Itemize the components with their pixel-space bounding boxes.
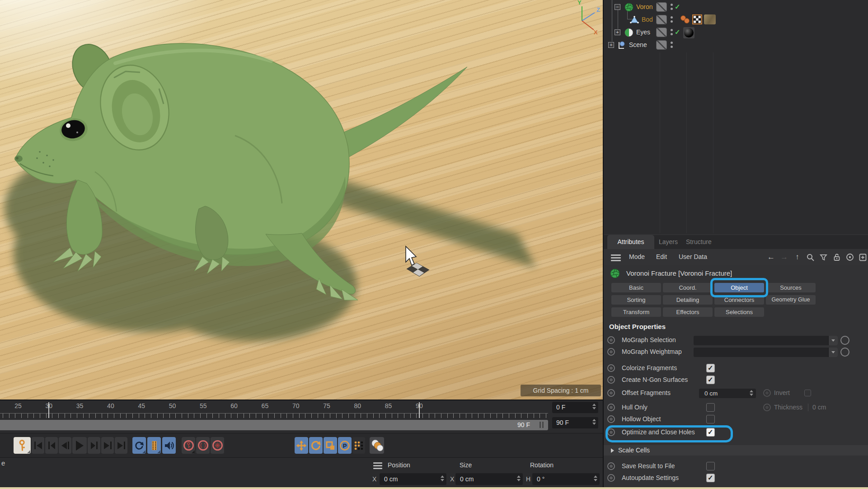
mograph-selection-field[interactable] (694, 336, 838, 345)
autoupdate-checkbox[interactable] (706, 474, 715, 482)
tab-selections[interactable]: Selections (714, 307, 764, 317)
save-result-checkbox[interactable] (706, 462, 715, 470)
object-name[interactable]: Eyes (636, 28, 656, 36)
play-mode-loop-button[interactable] (132, 437, 146, 454)
create-ngon-checkbox[interactable] (706, 376, 715, 384)
attribute-menu-icon[interactable] (611, 254, 621, 261)
object-name[interactable]: Scene (629, 41, 655, 48)
forward-arrow-icon[interactable]: → (778, 252, 791, 263)
visibility-dots[interactable] (671, 4, 673, 10)
chevron-down-icon[interactable] (828, 348, 838, 357)
visibility-dots[interactable] (671, 16, 673, 23)
goto-start-button[interactable] (32, 437, 44, 454)
frame-marker-90[interactable] (419, 402, 420, 418)
expand-box[interactable]: + (615, 29, 620, 35)
size-x-field[interactable]: 0 cm (455, 473, 523, 485)
collapse-box[interactable]: − (615, 4, 620, 10)
object-row-body[interactable]: Bod (604, 14, 868, 26)
spheres-tool-button[interactable] (370, 437, 384, 454)
record-key-button[interactable] (14, 437, 31, 454)
next-frame-button[interactable] (88, 437, 100, 454)
frame-marker-30[interactable] (48, 402, 49, 418)
expand-box[interactable]: + (608, 42, 614, 48)
optimize-close-holes-checkbox[interactable] (706, 428, 715, 437)
hull-only-checkbox[interactable] (706, 403, 715, 412)
end-frame-field[interactable]: 90 F (552, 417, 598, 428)
rotation-h-spinner[interactable] (594, 475, 597, 481)
back-arrow-icon[interactable]: ← (765, 252, 778, 263)
layer-toggle[interactable] (656, 15, 667, 24)
goto-next-key-button[interactable] (101, 437, 114, 454)
tab-basic[interactable]: Basic (611, 283, 661, 292)
hollow-object-checkbox[interactable] (706, 415, 715, 423)
mograph-weightmap-field[interactable] (694, 348, 838, 357)
enabled-check-icon[interactable]: ✓ (675, 28, 680, 36)
object-name[interactable]: Voron (636, 3, 655, 10)
autokey-record-button[interactable] (182, 437, 195, 454)
target-icon[interactable] (843, 252, 856, 263)
object-row-eyes[interactable]: + Eyes ✓ (604, 26, 868, 39)
menu-edit[interactable]: Edit (656, 253, 667, 260)
parametric-tool-button[interactable]: P (338, 437, 352, 454)
search-icon[interactable] (804, 252, 817, 263)
checker-plane-object[interactable] (407, 263, 429, 276)
tab-detailing[interactable]: Detailing (663, 295, 713, 305)
scale-tool-button[interactable] (324, 437, 337, 454)
position-x-field[interactable]: 0 cm (380, 473, 446, 485)
tab-connectors[interactable]: Connectors (714, 295, 764, 305)
keyframe-radio[interactable] (607, 389, 615, 397)
preview-range-bar[interactable]: 90 F (0, 420, 548, 430)
snap-grid-button[interactable] (352, 437, 365, 454)
up-arrow-icon[interactable]: ↑ (791, 252, 804, 263)
menu-mode[interactable]: Mode (629, 253, 645, 260)
keyframe-radio[interactable] (607, 376, 615, 384)
rotate-tool-button[interactable] (309, 437, 323, 454)
range-end-handle[interactable] (540, 422, 544, 428)
layer-toggle[interactable] (656, 40, 667, 50)
invert-checkbox[interactable] (804, 390, 811, 396)
tab-transform[interactable]: Transform (611, 307, 661, 317)
viewport-3d[interactable]: Y Z X Grid Spacing : 1 cm (0, 0, 603, 400)
goto-end-button[interactable] (115, 437, 127, 454)
position-x-spinner[interactable] (441, 475, 444, 481)
object-name[interactable]: Bod (642, 16, 655, 23)
render-preview-button[interactable] (147, 437, 161, 454)
enabled-check-icon[interactable]: ✓ (675, 3, 680, 11)
chevron-down-icon[interactable] (828, 336, 838, 345)
autokey-mode-button[interactable] (196, 437, 210, 454)
offset-fragments-field[interactable]: 0 cm (699, 389, 756, 398)
move-tool-button[interactable] (295, 437, 308, 454)
current-frame-field[interactable]: 0 F (552, 402, 598, 413)
object-row-voronoi[interactable]: − Voron ✓ (604, 1, 868, 14)
play-button[interactable] (72, 437, 87, 454)
keyframe-radio[interactable] (607, 336, 615, 344)
keyframe-radio[interactable] (607, 462, 615, 470)
keyframe-radio[interactable] (607, 348, 615, 356)
size-x-spinner[interactable] (517, 475, 521, 481)
keyframe-radio[interactable] (607, 415, 615, 423)
tab-coord[interactable]: Coord. (663, 283, 713, 292)
visibility-dots[interactable] (671, 29, 673, 35)
tab-geometry-glue[interactable]: Geometry Glue (766, 295, 816, 305)
colorize-fragments-checkbox[interactable] (706, 364, 715, 372)
keyframe-radio[interactable] (607, 404, 615, 411)
black-material-tag-icon[interactable] (683, 27, 694, 38)
tab-sources[interactable]: Sources (766, 283, 816, 292)
material-tag-icon[interactable] (704, 14, 716, 24)
scale-cells-group[interactable]: Scale Cells (604, 445, 868, 456)
keyframe-radio[interactable] (607, 474, 615, 482)
tab-structure[interactable]: Structure (686, 235, 712, 249)
visibility-dots[interactable] (671, 42, 673, 48)
object-row-scene[interactable]: + Scene (604, 39, 868, 52)
lock-icon[interactable] (830, 252, 843, 263)
menu-user-data[interactable]: User Data (679, 253, 707, 260)
tab-sorting[interactable]: Sorting (611, 295, 661, 305)
prev-frame-button[interactable] (59, 437, 71, 454)
tab-attributes[interactable]: Attributes (607, 235, 654, 249)
dynamics-tag-icon[interactable] (680, 14, 690, 24)
sound-button[interactable] (162, 437, 176, 454)
end-frame-spinner[interactable] (592, 419, 596, 425)
current-frame-spinner[interactable] (592, 404, 596, 409)
keyframe-radio[interactable] (607, 364, 615, 372)
tab-object[interactable]: Object (714, 283, 764, 292)
